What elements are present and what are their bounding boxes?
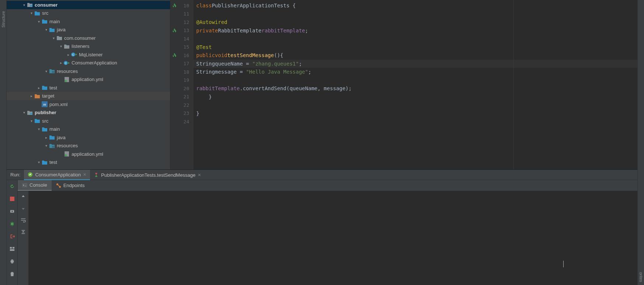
run-header-label: Run: [7,172,24,177]
chevron-down-icon[interactable]: ▾ [44,69,49,73]
editor-content[interactable]: class PublisherApplicationTests { @Autow… [193,0,637,169]
code-line[interactable]: rabbitTemplate.convertAndSend(queueName,… [193,84,637,93]
structure-tool-button[interactable]: Structure [1,11,6,28]
run-tab-label: PublisherApplicationTests.testSendMessag… [101,172,195,178]
chevron-down-icon[interactable]: ▾ [29,11,34,15]
folder-blue-icon [41,85,48,91]
tree-item-pom-xml[interactable]: mpom.xml [7,100,170,109]
chevron-down-icon[interactable]: ▾ [29,119,34,123]
gutter-line: 19 [170,76,193,85]
favorites-tool-button[interactable]: orites [639,272,643,282]
console-output[interactable] [29,191,637,285]
recycle-icon[interactable] [172,53,177,58]
main-column: ▾consumer▾src▾main▾java▾com.consumer▾lis… [7,0,637,285]
print-button[interactable] [8,257,16,265]
code-line[interactable] [193,117,637,126]
tree-item-application-yml[interactable]: application.yml [7,150,170,158]
tree-item-src[interactable]: ▾src [7,117,170,125]
code-editor[interactable]: 101112131415161718192021222324 class Pub… [170,0,637,169]
project-tree-panel[interactable]: ▾consumer▾src▾main▾java▾com.consumer▾lis… [7,0,170,169]
delete-button[interactable] [8,270,16,278]
exit-button[interactable] [8,232,16,240]
tree-item-test[interactable]: ▾test [7,158,170,167]
tree-item-target[interactable]: ▸target [7,92,170,101]
chevron-down-icon[interactable]: ▾ [36,20,41,24]
tree-item-main[interactable]: ▾main [7,17,170,26]
chevron-right-icon[interactable]: ▸ [66,53,71,57]
svg-rect-29 [11,263,13,264]
tree-item-test[interactable]: ▸test [7,84,170,92]
chevron-down-icon[interactable]: ▾ [44,144,49,148]
chevron-down-icon[interactable]: ▾ [21,3,27,7]
chevron-down-icon[interactable]: ▾ [51,36,56,40]
close-icon[interactable]: ✕ [83,172,86,177]
chevron-right-icon[interactable]: ▸ [29,94,34,98]
gutter-line: 14 [170,35,193,43]
chevron-down-icon[interactable]: ▾ [36,160,41,164]
tree-item-listeners[interactable]: ▾listeners [7,42,170,51]
chevron-down-icon[interactable]: ▾ [21,110,27,115]
subtab-endpoints[interactable]: Endpoints [52,180,89,191]
right-tool-stripe: orites [637,0,644,285]
code-line[interactable] [193,76,637,85]
tree-item-com-consumer[interactable]: ▾com.consumer [7,34,170,42]
chevron-down-icon[interactable]: ▾ [36,127,41,131]
soft-wrap-button[interactable] [19,216,27,224]
scroll-down-button[interactable] [19,204,27,212]
chevron-down-icon[interactable]: ▾ [58,44,63,48]
code-line[interactable]: String queueName = "zhang.queues1"; [193,60,637,68]
svg-rect-20 [10,197,14,201]
tree-item-java[interactable]: ▸java [7,133,170,142]
tree-item-java[interactable]: ▾java [7,26,170,34]
recycle-icon[interactable] [172,28,177,33]
gutter-line: 22 [170,101,193,109]
tree-item-mqlistener[interactable]: ▸CMqListener [7,50,170,59]
tree-item-publisher[interactable]: ▾publisher [7,109,170,117]
attach-debugger-button[interactable] [8,220,16,228]
code-line[interactable]: public void testSendMessage(){ [193,51,637,60]
module-icon [27,2,33,8]
stop-button[interactable] [8,195,16,203]
code-line[interactable]: class PublisherApplicationTests { [193,1,637,10]
svg-point-22 [11,211,13,212]
tree-item-consumerapplication[interactable]: ▸CConsumerApplication [7,59,170,67]
spring-icon [28,172,33,177]
code-line[interactable]: String message = "Hello Java Message"; [193,68,637,76]
endpoints-icon [56,183,61,188]
code-line[interactable]: @Autowired [193,18,637,27]
code-line[interactable] [193,101,637,109]
chevron-right-icon[interactable]: ▸ [36,86,41,90]
code-line[interactable]: } [193,109,637,118]
run-tab-consumerapplication[interactable]: ConsumerApplication✕ [24,170,90,180]
code-line[interactable] [193,10,637,18]
run-tab-publisherapplicationtests-testsendmessage[interactable]: PublisherApplicationTests.testSendMessag… [90,170,205,180]
gutter-line: 23 [170,109,193,118]
code-line[interactable]: } [193,93,637,101]
svg-rect-26 [10,249,14,251]
tree-item-consumer[interactable]: ▾consumer [7,1,170,9]
code-line[interactable] [193,35,637,43]
gutter-line: 15 [170,43,193,52]
chevron-down-icon[interactable]: ▾ [44,28,49,32]
scroll-to-end-button[interactable] [19,228,27,236]
subtab-console[interactable]: Console [18,180,52,191]
recycle-icon[interactable] [172,3,177,8]
tree-item-src[interactable]: ▾src [7,9,170,18]
scroll-up-button[interactable] [19,193,27,201]
code-line[interactable]: @Test [193,43,637,52]
chevron-right-icon[interactable]: ▸ [44,136,49,140]
folder-teal-icon [49,143,55,149]
folder-blue-icon [41,159,48,165]
layout-button[interactable] [8,245,16,253]
tree-item-label: publisher [35,110,56,115]
tree-item-resources[interactable]: ▾resources [7,67,170,75]
close-icon[interactable]: ✕ [198,173,201,177]
tree-item-label: resources [57,68,78,74]
tree-item-resources[interactable]: ▾resources [7,142,170,150]
chevron-right-icon[interactable]: ▸ [58,61,63,65]
tree-item-main[interactable]: ▾main [7,125,170,134]
rerun-button[interactable] [8,182,16,190]
dump-threads-button[interactable] [8,207,16,215]
tree-item-application-yml[interactable]: application.yml [7,75,170,84]
code-line[interactable]: private RabbitTemplate rabbitTemplate; [193,27,637,35]
